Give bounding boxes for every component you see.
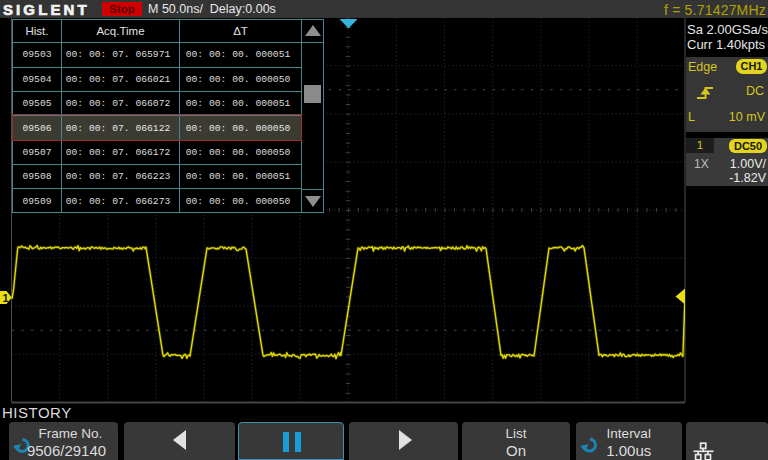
- svg-text:1: 1: [2, 292, 8, 304]
